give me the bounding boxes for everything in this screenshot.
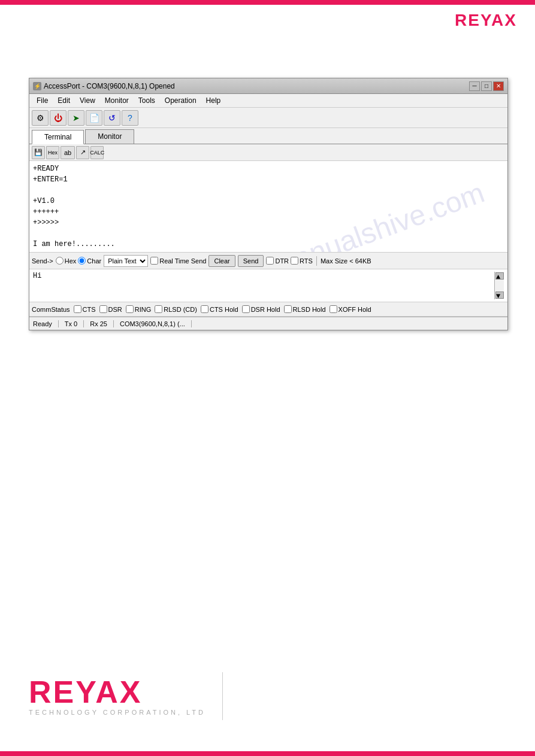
input-area: Hi ▲ ▼	[29, 269, 507, 302]
char-radio-label[interactable]: Char	[78, 257, 101, 265]
power-icon: ⏻	[54, 113, 62, 123]
power-button[interactable]: ⏻	[50, 110, 67, 126]
text-format-select[interactable]: Plain Text	[104, 255, 148, 267]
tab-terminal[interactable]: Terminal	[32, 130, 84, 144]
close-button[interactable]: ✕	[493, 81, 504, 91]
application-window: ⚡ AccessPort - COM3(9600,N,8,1) Opened ─…	[29, 78, 508, 330]
dtr-checkbox[interactable]	[266, 257, 274, 265]
rts-checkbox[interactable]	[291, 257, 298, 265]
rlsd-checkbox[interactable]	[155, 305, 162, 313]
output-line-6: +>>>>>	[33, 217, 504, 228]
dsr-hold-checkbox[interactable]	[242, 305, 250, 313]
arrow-right-icon: ➤	[72, 113, 80, 123]
main-toolbar: ⚙ ⏻ ➤ 📄 ↺ ?	[29, 108, 507, 128]
help-icon: ?	[128, 113, 132, 123]
hex-radio-label[interactable]: Hex	[56, 257, 77, 265]
comm-status-label: CommStatus	[32, 306, 70, 313]
reyax-header-logo: REYAX	[455, 11, 517, 30]
status-rx: Rx 25	[84, 320, 114, 327]
document-button[interactable]: 📄	[86, 110, 102, 126]
status-bar: Ready Tx 0 Rx 25 COM3(9600,N,8,1) (...	[29, 317, 507, 330]
ab-btn[interactable]: ab	[61, 146, 75, 159]
scroll-down-arrow[interactable]: ▼	[495, 292, 504, 299]
reyax-sub-text: TECHNOLOGY CORPORATION, LTD	[29, 709, 205, 716]
refresh-button[interactable]: ↺	[104, 110, 120, 126]
comm-status-bar: CommStatus CTS DSR RING RLSD (CD) CTS Ho…	[29, 302, 507, 317]
app-icon: ⚡	[33, 82, 41, 90]
save-icon: 💾	[34, 148, 43, 156]
minimize-button[interactable]: ─	[469, 81, 480, 91]
menu-view[interactable]: View	[75, 95, 100, 106]
send-file-icon: ↗	[80, 148, 86, 156]
hex-view-btn[interactable]: Hex	[46, 146, 59, 159]
top-accent-bar	[0, 0, 535, 5]
send-input[interactable]: Hi	[33, 272, 494, 299]
document-icon: 📄	[89, 113, 99, 123]
rlsd-hold-label[interactable]: RLSD Hold	[284, 305, 326, 313]
menu-edit[interactable]: Edit	[53, 95, 75, 106]
menu-tools[interactable]: Tools	[134, 95, 160, 106]
send-file-btn[interactable]: ↗	[76, 146, 89, 159]
ring-label[interactable]: RING	[126, 305, 152, 313]
menu-bar: File Edit View Monitor Tools Operation H…	[29, 94, 507, 108]
scroll-up-arrow[interactable]: ▲	[495, 272, 504, 280]
dsr-label[interactable]: DSR	[99, 305, 122, 313]
menu-file[interactable]: File	[32, 95, 53, 106]
status-port: COM3(9600,N,8,1) (...	[114, 320, 192, 327]
output-line-4: +V1.0	[33, 196, 504, 207]
send-button[interactable]: Send	[238, 255, 264, 267]
save-btn[interactable]: 💾	[32, 146, 45, 159]
settings-icon: ⚙	[37, 113, 44, 123]
char-radio[interactable]	[78, 257, 86, 265]
status-ready: Ready	[33, 320, 59, 327]
dsr-checkbox[interactable]	[99, 305, 107, 313]
output-line-3	[33, 185, 504, 196]
realtime-label[interactable]: Real Time Send	[150, 257, 206, 265]
xoff-hold-label[interactable]: XOFF Hold	[330, 305, 371, 313]
title-bar: ⚡ AccessPort - COM3(9600,N,8,1) Opened ─…	[29, 78, 507, 94]
reyax-logo-area: REYAX TECHNOLOGY CORPORATION, LTD	[29, 676, 205, 716]
menu-monitor[interactable]: Monitor	[100, 95, 134, 106]
tab-bar: Terminal Monitor	[29, 128, 507, 144]
divider	[316, 256, 317, 266]
cts-checkbox[interactable]	[74, 305, 81, 313]
window-wrapper: ⚡ AccessPort - COM3(9600,N,8,1) Opened ─…	[29, 78, 508, 330]
realtime-checkbox[interactable]	[150, 257, 158, 265]
title-bar-left: ⚡ AccessPort - COM3(9600,N,8,1) Opened	[33, 82, 175, 90]
cts-hold-checkbox[interactable]	[201, 305, 208, 313]
menu-operation[interactable]: Operation	[160, 95, 201, 106]
status-tx: Tx 0	[59, 320, 84, 327]
tab-monitor[interactable]: Monitor	[85, 129, 134, 144]
help-button[interactable]: ?	[122, 110, 138, 126]
hex-radio[interactable]	[56, 257, 64, 265]
calc-btn[interactable]: CALC	[90, 146, 104, 159]
rlsd-hold-checkbox[interactable]	[284, 305, 292, 313]
dtr-label[interactable]: DTR	[266, 257, 289, 265]
output-line-5: ++++++	[33, 207, 504, 217]
bottom-accent-bar	[0, 751, 535, 756]
scrollbar-vertical[interactable]: ▲ ▼	[494, 272, 504, 299]
ring-checkbox[interactable]	[126, 305, 134, 313]
refresh-icon: ↺	[108, 113, 116, 123]
sub-toolbar: 💾 Hex ab ↗ CALC	[29, 144, 507, 161]
clear-button[interactable]: Clear	[208, 255, 235, 267]
bottom-logo-section: REYAX TECHNOLOGY CORPORATION, LTD	[29, 672, 240, 720]
output-area: +READY +ENTER=1 +V1.0 ++++++ +>>>>> I am…	[29, 161, 507, 253]
connect-button[interactable]: ➤	[68, 110, 84, 126]
menu-help[interactable]: Help	[201, 95, 226, 106]
realtime-group: Real Time Send	[150, 257, 206, 265]
output-line-8: I am here!.........	[33, 239, 504, 250]
maximize-button[interactable]: □	[481, 81, 492, 91]
xoff-hold-checkbox[interactable]	[330, 305, 337, 313]
title-bar-controls: ─ □ ✕	[469, 81, 504, 91]
rts-label[interactable]: RTS	[291, 257, 313, 265]
send-label: Send->	[32, 257, 53, 265]
cts-hold-label[interactable]: CTS Hold	[201, 305, 238, 313]
dsr-hold-label[interactable]: DSR Hold	[242, 305, 280, 313]
max-size-label: Max Size < 64KB	[321, 257, 371, 265]
rlsd-label[interactable]: RLSD (CD)	[155, 305, 197, 313]
settings-button[interactable]: ⚙	[32, 110, 49, 126]
cts-label[interactable]: CTS	[74, 305, 96, 313]
dtr-rts-group: DTR RTS	[266, 257, 312, 265]
reyax-logo-text: REYAX	[29, 676, 205, 708]
